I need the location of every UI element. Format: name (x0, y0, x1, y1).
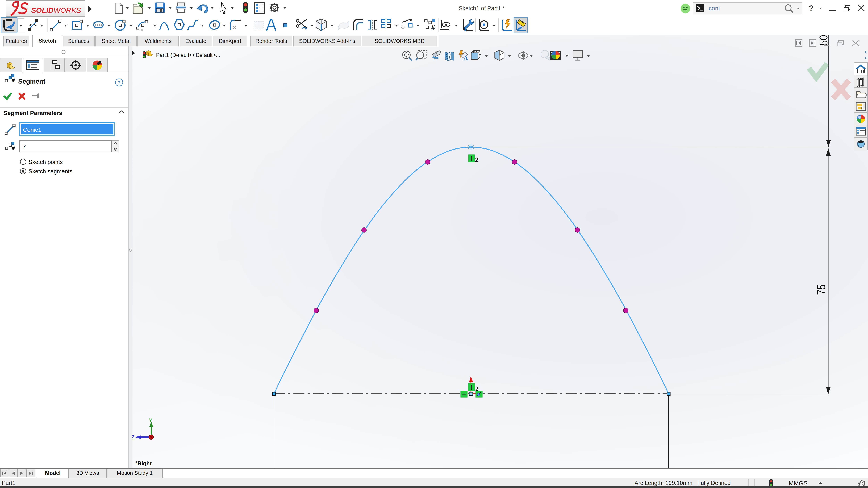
svg-text:MMGS: MMGS (789, 480, 808, 487)
svg-text:Sketch1 of Part1 *: Sketch1 of Part1 * (459, 5, 505, 11)
svg-text:coni: coni (709, 5, 720, 12)
svg-text:?: ? (118, 80, 121, 86)
svg-text:Y: Y (149, 417, 152, 424)
svg-text:Segment: Segment (18, 78, 45, 85)
svg-text:75: 75 (815, 285, 828, 295)
svg-text:7: 7 (23, 143, 26, 150)
svg-text:Sketch segments: Sketch segments (28, 168, 72, 174)
svg-text:Conic1: Conic1 (23, 127, 41, 133)
svg-text:WORKS: WORKS (54, 6, 81, 14)
svg-text:50: 50 (817, 35, 830, 45)
svg-text:Sketch points: Sketch points (28, 159, 63, 165)
svg-text:*Right: *Right (135, 460, 152, 466)
svg-text:?: ? (809, 4, 813, 12)
svg-text:#: # (12, 145, 15, 151)
svg-text:2: 2 (475, 156, 478, 163)
svg-text:#: # (431, 24, 435, 31)
svg-text:Segment Parameters: Segment Parameters (3, 110, 62, 116)
svg-text:Part1 (Default<<Default>...: Part1 (Default<<Default>... (156, 52, 220, 58)
svg-text:SOLID: SOLID (31, 6, 54, 14)
svg-text:#: # (12, 77, 15, 83)
